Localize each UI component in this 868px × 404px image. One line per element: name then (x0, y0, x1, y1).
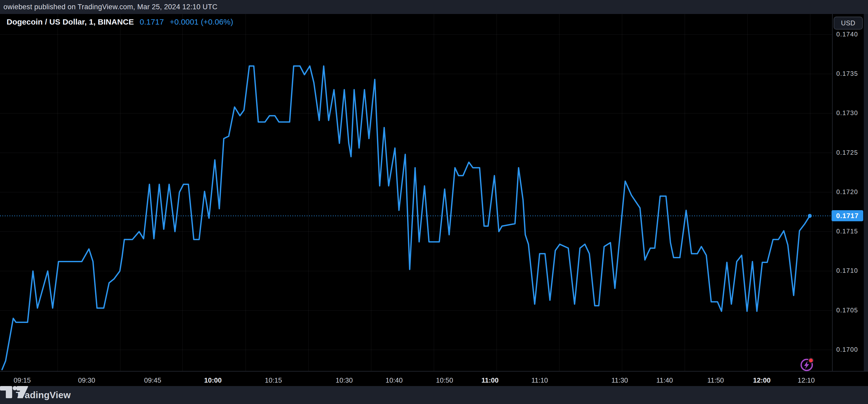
price-axis[interactable]: USD 0.1717 0.17400.17350.17300.17250.172… (832, 14, 868, 386)
time-tick-label: 09:30 (78, 376, 95, 384)
time-tick-label: 10:15 (265, 376, 282, 384)
time-tick-label: 09:45 (144, 376, 161, 384)
time-tick-label: 10:50 (436, 376, 453, 384)
chart-legend: Dogecoin / US Dollar, 1, BINANCE 0.1717 … (7, 18, 233, 26)
publish-line: owiebest published on TradingView.com, M… (3, 3, 217, 11)
price-tick-label: 0.1700 (836, 346, 858, 353)
footer-bar: TradingView (0, 386, 868, 404)
time-tick-label: 12:00 (753, 376, 771, 384)
time-tick-label: 11:30 (611, 376, 628, 384)
price-tick-label: 0.1740 (836, 31, 858, 38)
price-tick-label: 0.1720 (836, 188, 858, 196)
price-tick-label: 0.1705 (836, 307, 858, 314)
time-tick-label: 11:00 (481, 376, 498, 384)
price-line-series (2, 66, 810, 370)
time-tick-label: 10:30 (336, 376, 353, 384)
price-tick-label: 0.1730 (836, 109, 858, 117)
flash-icon (800, 357, 814, 372)
time-axis[interactable]: 09:1509:3009:4510:0010:1510:3010:4010:50… (0, 371, 868, 386)
currency-toggle-button[interactable]: USD (834, 17, 863, 30)
last-point-dot (808, 214, 812, 218)
last-price-tag: 0.1717 (832, 210, 863, 221)
streak-flame-button[interactable] (800, 357, 814, 372)
time-tick-label: 10:00 (204, 376, 222, 384)
time-tick-label: 12:10 (798, 376, 815, 384)
tradingview-snapshot: owiebest published on TradingView.com, M… (0, 0, 868, 404)
last-price-value: 0.1717 (140, 18, 164, 26)
price-tick-label: 0.1735 (836, 70, 858, 77)
price-tick-label: 0.1715 (836, 228, 858, 235)
time-tick-label: 10:40 (385, 376, 403, 384)
publish-header: owiebest published on TradingView.com, M… (0, 0, 868, 14)
price-chart-canvas[interactable] (0, 0, 868, 404)
time-tick-label: 11:50 (707, 376, 724, 384)
price-tick-label: 0.1725 (836, 149, 858, 156)
price-tick-label: 0.1710 (836, 267, 858, 274)
price-change-value: +0.0001 (+0.06%) (170, 18, 233, 26)
symbol-title: Dogecoin / US Dollar, 1, BINANCE (7, 18, 134, 26)
time-tick-label: 11:40 (656, 376, 673, 384)
time-tick-label: 09:15 (13, 376, 31, 384)
time-tick-label: 11:10 (531, 376, 548, 384)
tradingview-link[interactable]: TradingView (16, 390, 71, 400)
tradingview-logo-icon (0, 386, 29, 399)
price-axis-edge (864, 14, 868, 386)
